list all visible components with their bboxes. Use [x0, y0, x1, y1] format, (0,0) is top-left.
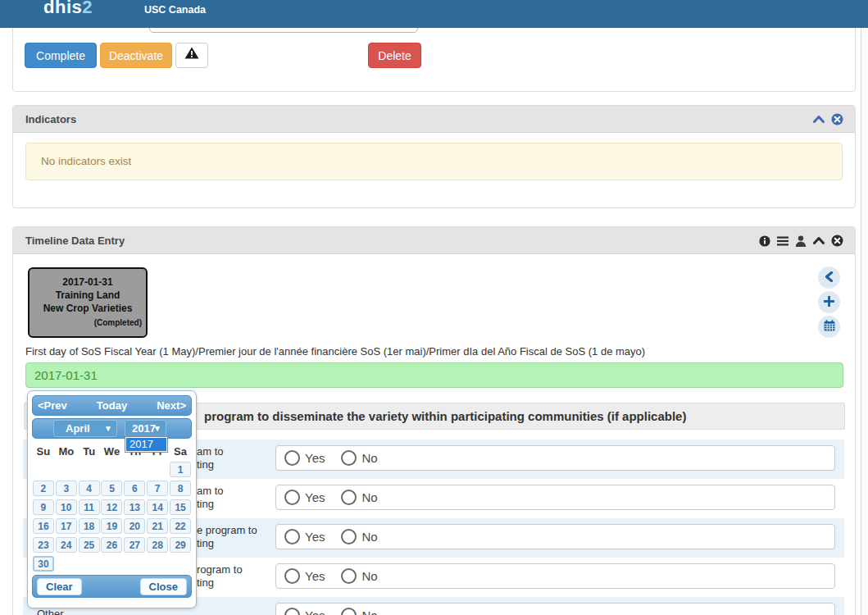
calendar-day-button[interactable]: 29 — [170, 537, 191, 553]
calendar-day-button[interactable]: 23 — [33, 537, 54, 553]
calendar-day-empty — [147, 462, 168, 477]
collapse-panel-icon[interactable] — [813, 237, 825, 244]
radio-input[interactable] — [284, 450, 300, 466]
calendar-day-button[interactable]: 24 — [56, 537, 77, 553]
user-icon[interactable] — [795, 235, 807, 247]
calendar-day-button[interactable]: 25 — [79, 537, 100, 553]
datepicker-today-button[interactable]: Today — [97, 399, 127, 412]
radio-option-no[interactable]: No — [341, 568, 377, 584]
calendar-day-button[interactable]: 3 — [56, 481, 77, 496]
radio-option-yes[interactable]: Yes — [284, 490, 325, 505]
radio-input[interactable] — [284, 490, 300, 505]
calendar-day-empty — [147, 556, 168, 572]
calendar-day-button[interactable]: 20 — [124, 518, 145, 534]
calendar-day-button[interactable]: 22 — [170, 518, 191, 534]
radio-option-no[interactable]: No — [341, 490, 377, 505]
radio-input[interactable] — [284, 568, 300, 584]
radio-label: No — [361, 451, 377, 465]
radio-input[interactable] — [341, 608, 357, 615]
timeline-event-card[interactable]: 2017-01-31 Training Land New Crop Variet… — [28, 267, 148, 338]
calendar-day-button[interactable]: 13 — [124, 499, 145, 515]
complete-button[interactable]: Complete — [25, 43, 97, 68]
radio-input[interactable] — [341, 450, 357, 466]
close-button[interactable]: Close — [140, 578, 187, 595]
calendar-day-empty — [170, 556, 191, 572]
calendar-day-button[interactable]: 16 — [33, 518, 54, 534]
year-select[interactable]: 2017 ▼ — [125, 420, 166, 437]
calendar-day-header: Sa — [169, 444, 192, 458]
indicators-panel: Indicators No indicators exist — [12, 105, 856, 208]
calendar-day-button[interactable]: 28 — [147, 537, 168, 553]
collapse-panel-icon[interactable] — [813, 116, 825, 123]
radio-option-yes[interactable]: Yes — [284, 608, 325, 615]
date-field-input[interactable] — [25, 362, 843, 388]
calendar-day-button[interactable]: 26 — [101, 537, 122, 553]
calendar-day-button[interactable]: 8 — [170, 481, 191, 496]
radio-label: No — [361, 530, 377, 544]
calendar-day-empty — [101, 462, 122, 477]
calendar-day-button[interactable]: 11 — [79, 499, 100, 515]
calendar-day-button[interactable]: 19 — [101, 518, 122, 534]
radio-option-yes[interactable]: Yes — [284, 450, 325, 466]
field-label: First day of SoS Fiscal Year (1 May)/Pre… — [25, 345, 837, 358]
list-icon[interactable] — [777, 236, 788, 246]
radio-option-yes[interactable]: Yes — [284, 529, 325, 544]
calendar-day-button[interactable]: 30 — [33, 556, 54, 572]
radio-option-no[interactable]: No — [341, 608, 377, 615]
calendar-day-button[interactable]: 27 — [124, 537, 145, 553]
warning-button[interactable] — [175, 43, 208, 68]
calendar-day-button[interactable]: 2 — [33, 481, 54, 496]
calendar-day-button[interactable]: 14 — [147, 499, 168, 515]
app-header-bar: dhis2 USC Canada — [0, 0, 868, 28]
info-icon[interactable] — [759, 235, 770, 247]
radio-input[interactable] — [341, 490, 357, 505]
radio-option-yes[interactable]: Yes — [284, 568, 325, 584]
calendar-day-button[interactable]: 5 — [101, 481, 122, 496]
indicators-panel-title: Indicators — [25, 113, 76, 125]
calendar-day-button[interactable]: 1 — [170, 462, 191, 477]
calendar-day-button[interactable]: 6 — [124, 481, 145, 496]
close-panel-icon[interactable] — [831, 235, 843, 247]
answer-box: YesNo — [275, 603, 835, 615]
indicators-panel-header: Indicators — [13, 106, 855, 133]
delete-button[interactable]: Delete — [368, 43, 421, 68]
calendar-day-button[interactable]: 9 — [33, 499, 54, 515]
calendar-day-button[interactable]: 10 — [56, 499, 77, 515]
add-event-button[interactable] — [818, 291, 840, 313]
radio-input[interactable] — [284, 529, 300, 544]
radio-input[interactable] — [341, 568, 357, 584]
dhis2-logo[interactable]: dhis2 — [43, 0, 93, 18]
datepicker-footer: Clear Close — [32, 575, 192, 598]
previous-event-button[interactable] — [818, 266, 840, 289]
month-select[interactable]: April ▼ — [53, 420, 117, 437]
datepicker-prev-button[interactable]: <Prev — [38, 399, 67, 412]
radio-input[interactable] — [284, 608, 300, 615]
radio-option-no[interactable]: No — [341, 529, 377, 544]
calendar-day-button[interactable]: 7 — [147, 481, 168, 496]
calendar-day-button[interactable]: 21 — [147, 518, 168, 534]
scrollbar-track[interactable] — [861, 28, 868, 615]
calendar-day-button[interactable]: 15 — [170, 499, 191, 515]
calendar-day-button[interactable]: 18 — [79, 518, 100, 534]
clear-button[interactable]: Clear — [37, 578, 82, 595]
calendar-day-button[interactable]: 17 — [56, 518, 77, 534]
close-panel-icon[interactable] — [831, 113, 843, 125]
year-option[interactable]: 2017 — [126, 438, 166, 451]
datepicker-next-button[interactable]: Next> — [157, 399, 186, 412]
empty-indicators-alert: No indicators exist — [25, 143, 843, 180]
radio-label: Yes — [305, 451, 325, 465]
calendar-view-button[interactable] — [818, 316, 840, 338]
calendar-day-button[interactable]: 12 — [101, 499, 122, 515]
calendar-day-header: Tu — [78, 444, 101, 458]
calendar-day-empty — [101, 556, 122, 572]
datepicker-popup: <Prev Today Next> April ▼ 2017 ▼ 2017 Su… — [27, 390, 197, 608]
form-row-label: rogram toting — [197, 563, 243, 590]
radio-input[interactable] — [341, 529, 357, 544]
deactivate-button[interactable]: Deactivate — [100, 43, 172, 68]
answer-box: YesNo — [275, 524, 835, 549]
radio-label: No — [361, 490, 377, 504]
calendar-day-button[interactable]: 4 — [79, 481, 100, 496]
radio-option-no[interactable]: No — [341, 450, 377, 466]
event-status: (Completed) — [30, 317, 146, 330]
event-date: 2017-01-31 — [30, 276, 146, 289]
